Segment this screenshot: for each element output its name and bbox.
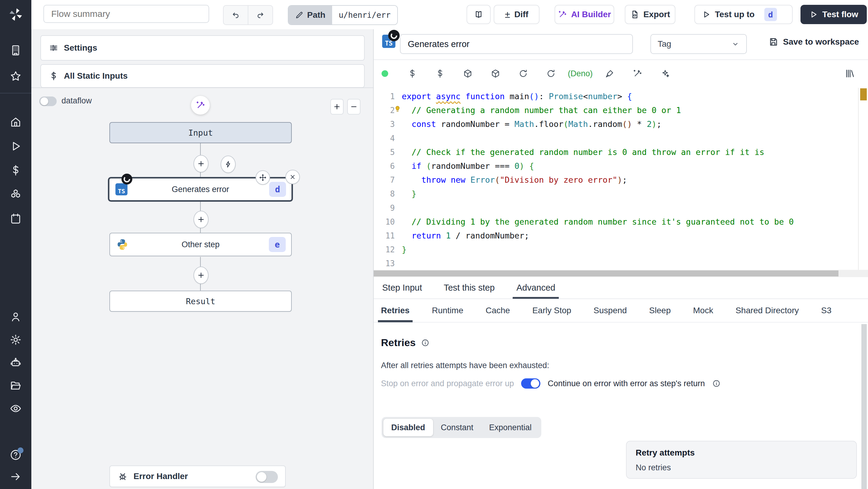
save-to-workspace-button[interactable]: Save to workspace: [769, 37, 859, 47]
error-handler-toggle[interactable]: [255, 471, 278, 483]
sidebar-item-gear[interactable]: [0, 333, 31, 346]
path-button[interactable]: Path u/henri/err: [288, 5, 398, 25]
step-tabs: Step InputTest this stepAdvanced: [374, 277, 868, 299]
add-step-button-3[interactable]: [193, 267, 209, 284]
subtab-runtime[interactable]: Runtime: [432, 299, 463, 322]
dataflow-label: dataflow: [61, 96, 92, 105]
add-step-button-1[interactable]: [193, 155, 209, 173]
line-number: 11: [374, 229, 397, 243]
editor-tool-brush-button[interactable]: [596, 69, 624, 79]
line-number: 6: [374, 159, 397, 173]
subtab-sleep[interactable]: Sleep: [649, 299, 671, 322]
undo-button[interactable]: [224, 6, 248, 24]
ai-builder-button[interactable]: AI Builder: [555, 5, 614, 24]
editor-code: export async function main(): Promise<nu…: [402, 90, 856, 270]
tab-test-this-step[interactable]: Test this step: [444, 277, 495, 299]
path-label-segment: Path: [288, 6, 332, 24]
retries-section: Retries: [381, 337, 430, 348]
sidebar-item-home[interactable]: [0, 116, 31, 128]
sidebar-divider: [0, 93, 31, 93]
sidebar-item-folder-open[interactable]: [0, 379, 31, 392]
subtab-suspend[interactable]: Suspend: [593, 299, 627, 322]
sidebar-item-calendar[interactable]: [0, 212, 31, 225]
editor-tool-dollar-button[interactable]: [398, 69, 426, 79]
editor-gutter: 12345678910111213: [374, 90, 397, 270]
play-icon: [10, 140, 22, 152]
line-number: 1: [374, 90, 397, 103]
editor-tool-rotate-button[interactable]: [509, 69, 537, 79]
status-dot-icon: [381, 70, 388, 77]
flow-summary-input[interactable]: [43, 5, 209, 23]
library-icon-button[interactable]: [844, 68, 855, 80]
sidebar-item-star[interactable]: [0, 70, 31, 83]
sidebar-item-play[interactable]: [0, 140, 31, 153]
graph-zoom-out-button[interactable]: [347, 99, 361, 115]
sidebar-item-robot[interactable]: [0, 356, 31, 369]
sidebar-item-arrow-right[interactable]: [0, 470, 31, 483]
panel-scrollbar[interactable]: [861, 324, 867, 489]
flow-node-input[interactable]: Input: [110, 122, 292, 143]
code-editor[interactable]: 12345678910111213 export async function …: [374, 88, 868, 277]
flow-node-other-step[interactable]: Other step e: [110, 233, 292, 256]
test-flow-button[interactable]: Test flow: [801, 5, 867, 24]
windmill-logo-icon[interactable]: [0, 0, 31, 29]
step-name-input[interactable]: [400, 34, 633, 54]
subtab-s3[interactable]: S3: [821, 299, 831, 322]
sidebar-item-dollar[interactable]: [0, 164, 31, 177]
tag-select[interactable]: Tag: [650, 34, 747, 54]
subtab-retries[interactable]: Retries: [381, 299, 410, 322]
redo-button[interactable]: [248, 6, 273, 24]
ai-flow-wand-button[interactable]: [191, 96, 210, 115]
docs-button[interactable]: [467, 5, 491, 24]
error-handler-card[interactable]: Error Handler: [110, 465, 286, 487]
result-node-label: Result: [186, 297, 216, 306]
line-number: 9: [374, 201, 397, 215]
add-trigger-button[interactable]: [221, 156, 236, 173]
retry-mode-disabled[interactable]: Disabled: [383, 419, 433, 436]
continue-on-error-toggle[interactable]: [521, 378, 540, 389]
line-number: 7: [374, 173, 397, 187]
dollar-icon: [49, 71, 59, 81]
editor-tool-rotate-button[interactable]: [537, 69, 565, 79]
subtab-shared-directory[interactable]: Shared Directory: [735, 299, 799, 322]
all-static-inputs-button[interactable]: All Static Inputs: [40, 64, 365, 88]
retry-mode-exponential[interactable]: Exponential: [481, 419, 539, 436]
sidebar-item-building[interactable]: [0, 44, 31, 57]
test-up-to-button[interactable]: Test up to d: [694, 5, 793, 24]
test-up-to-label: Test up to: [715, 10, 755, 19]
test-up-to-step-badge: d: [764, 8, 777, 21]
code-line-11: return 1 / randomNumber;: [402, 229, 856, 243]
dataflow-toggle[interactable]: [39, 96, 57, 106]
diff-button[interactable]: ± Diff: [494, 5, 539, 24]
subtab-mock[interactable]: Mock: [693, 299, 713, 322]
sidebar-item-user[interactable]: [0, 310, 31, 323]
export-button[interactable]: Export: [625, 5, 675, 24]
editor-horizontal-scrollbar[interactable]: [374, 270, 868, 277]
editor-tool-sparkles-button[interactable]: [651, 69, 679, 79]
subtab-early-stop[interactable]: Early Stop: [532, 299, 571, 322]
sidebar-item-cubes[interactable]: [0, 188, 31, 201]
sparkles-icon: [660, 69, 670, 79]
editor-tool-package-button[interactable]: [454, 69, 482, 79]
plus-icon: [197, 216, 205, 223]
gear-icon: [10, 334, 22, 346]
graph-zoom-in-button[interactable]: [330, 99, 344, 115]
editor-tool-dollar-button[interactable]: [426, 69, 454, 79]
tab-step-input[interactable]: Step Input: [382, 277, 422, 299]
lightbulb-icon[interactable]: [393, 104, 402, 113]
sidebar-item-eye[interactable]: [0, 402, 31, 415]
tab-advanced[interactable]: Advanced: [516, 277, 555, 299]
info-icon[interactable]: [712, 379, 721, 388]
add-step-button-2[interactable]: [193, 211, 209, 228]
flow-settings-button[interactable]: Settings: [40, 35, 365, 61]
delete-step-button[interactable]: [285, 170, 300, 184]
editor-tool-package-button[interactable]: [482, 69, 509, 79]
editor-tool-wand-button[interactable]: [624, 69, 651, 79]
info-icon[interactable]: [421, 339, 430, 347]
move-step-button[interactable]: [255, 170, 270, 185]
flow-node-result[interactable]: Result: [110, 291, 292, 312]
retry-mode-constant[interactable]: Constant: [433, 419, 481, 436]
sidebar-item-help-circle[interactable]: [0, 449, 31, 461]
subtab-cache[interactable]: Cache: [486, 299, 510, 322]
warning-marker: [860, 88, 867, 100]
